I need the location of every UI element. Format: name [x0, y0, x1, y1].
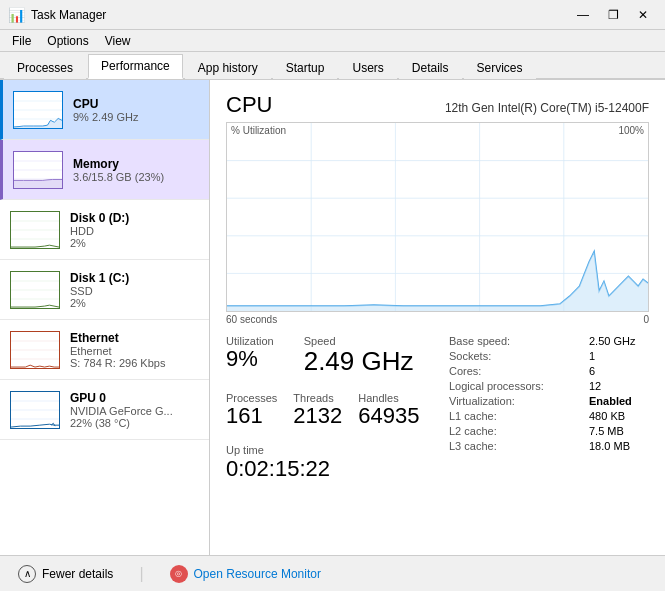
memory-sidebar-info: Memory 3.6/15.8 GB (23%) — [73, 157, 199, 183]
app-icon: 📊 — [8, 7, 25, 23]
stat-threads: Threads 2132 — [293, 392, 342, 428]
cpu-sidebar-name: CPU — [73, 97, 199, 111]
restore-button[interactable]: ❐ — [599, 5, 627, 25]
left-stats: Utilization 9% Speed 2.49 GHz Processes … — [226, 335, 449, 486]
stats-layout: Utilization 9% Speed 2.49 GHz Processes … — [226, 335, 649, 486]
detail-cores: Cores: 6 — [449, 365, 649, 377]
menu-options[interactable]: Options — [39, 32, 96, 50]
sidebar-item-ethernet[interactable]: Ethernet Ethernet S: 784 R: 296 Kbps — [0, 320, 209, 380]
uptime-label: Up time — [226, 444, 449, 456]
tab-details[interactable]: Details — [399, 56, 462, 79]
stat-utilization: Utilization 9% — [226, 335, 274, 376]
stat-processes: Processes 161 — [226, 392, 277, 428]
base-speed-key: Base speed: — [449, 335, 589, 347]
sidebar-item-cpu[interactable]: CPU 9% 2.49 GHz — [0, 80, 209, 140]
fewer-details-icon: ∧ — [18, 565, 36, 583]
detail-l3: L3 cache: 18.0 MB — [449, 440, 649, 452]
tab-app-history[interactable]: App history — [185, 56, 271, 79]
cpu-sidebar-info: CPU 9% 2.49 GHz — [73, 97, 199, 123]
detail-logical: Logical processors: 12 — [449, 380, 649, 392]
sidebar-item-disk0[interactable]: Disk 0 (D:) HDD 2% — [0, 200, 209, 260]
detail-sockets: Sockets: 1 — [449, 350, 649, 362]
chart-label-utilization: % Utilization — [231, 125, 286, 136]
disk1-sidebar-name: Disk 1 (C:) — [70, 271, 199, 285]
disk1-sidebar-type: SSD — [70, 285, 199, 297]
chart-label-100: 100% — [618, 125, 644, 136]
handles-label: Handles — [358, 392, 419, 404]
l2-val: 7.5 MB — [589, 425, 624, 437]
processes-value: 161 — [226, 404, 277, 428]
memory-sidebar-name: Memory — [73, 157, 199, 171]
sidebar-item-gpu[interactable]: GPU 0 NVIDIA GeForce G... 22% (38 °C) — [0, 380, 209, 440]
detail-virtualization: Virtualization: Enabled — [449, 395, 649, 407]
cpu-thumbnail — [13, 91, 63, 129]
tab-startup[interactable]: Startup — [273, 56, 338, 79]
tab-users[interactable]: Users — [339, 56, 396, 79]
window-title: Task Manager — [31, 8, 569, 22]
virtualization-key: Virtualization: — [449, 395, 589, 407]
cpu-header: CPU 12th Gen Intel(R) Core(TM) i5-12400F — [226, 92, 649, 118]
memory-thumbnail — [13, 151, 63, 189]
tab-services[interactable]: Services — [464, 56, 536, 79]
bottom-bar: ∧ Fewer details | ◎ Open Resource Monito… — [0, 555, 665, 591]
chart-time-right: 0 — [643, 314, 649, 325]
menu-file[interactable]: File — [4, 32, 39, 50]
cores-val: 6 — [589, 365, 595, 377]
disk0-sidebar-usage: 2% — [70, 237, 199, 249]
stats-row-2: Processes 161 Threads 2132 Handles 64935 — [226, 392, 449, 436]
stat-speed: Speed 2.49 GHz — [304, 335, 414, 376]
window-controls: — ❐ ✕ — [569, 5, 657, 25]
detail-l1: L1 cache: 480 KB — [449, 410, 649, 422]
l1-key: L1 cache: — [449, 410, 589, 422]
left-panel: CPU 9% 2.49 GHz Memory 3.6/15.8 GB (23%) — [0, 80, 210, 555]
cpu-detail-panel: CPU 12th Gen Intel(R) Core(TM) i5-12400F… — [210, 80, 665, 555]
ethernet-sidebar-name: Ethernet — [70, 331, 199, 345]
cpu-chart-svg — [227, 123, 648, 311]
stat-handles: Handles 64935 — [358, 392, 419, 428]
main-content: CPU 9% 2.49 GHz Memory 3.6/15.8 GB (23%) — [0, 80, 665, 555]
memory-sidebar-usage: 3.6/15.8 GB (23%) — [73, 171, 199, 183]
fewer-details-label: Fewer details — [42, 567, 113, 581]
threads-value: 2132 — [293, 404, 342, 428]
close-button[interactable]: ✕ — [629, 5, 657, 25]
sidebar-item-memory[interactable]: Memory 3.6/15.8 GB (23%) — [0, 140, 209, 200]
gpu-thumbnail — [10, 391, 60, 429]
threads-label: Threads — [293, 392, 342, 404]
l3-val: 18.0 MB — [589, 440, 630, 452]
ethernet-sidebar-info: Ethernet Ethernet S: 784 R: 296 Kbps — [70, 331, 199, 369]
logical-val: 12 — [589, 380, 601, 392]
gpu-sidebar-name: GPU 0 — [70, 391, 199, 405]
cpu-panel-title: CPU — [226, 92, 272, 118]
menu-bar: File Options View — [0, 30, 665, 52]
open-resource-monitor-label[interactable]: Open Resource Monitor — [194, 567, 321, 581]
tab-performance[interactable]: Performance — [88, 54, 183, 79]
menu-view[interactable]: View — [97, 32, 139, 50]
cores-key: Cores: — [449, 365, 589, 377]
detail-base-speed: Base speed: 2.50 GHz — [449, 335, 649, 347]
disk1-sidebar-info: Disk 1 (C:) SSD 2% — [70, 271, 199, 309]
sidebar-item-disk1[interactable]: Disk 1 (C:) SSD 2% — [0, 260, 209, 320]
disk0-sidebar-name: Disk 0 (D:) — [70, 211, 199, 225]
title-bar: 📊 Task Manager — ❐ ✕ — [0, 0, 665, 30]
handles-value: 64935 — [358, 404, 419, 428]
cpu-model-name: 12th Gen Intel(R) Core(TM) i5-12400F — [445, 101, 649, 115]
tab-processes[interactable]: Processes — [4, 56, 86, 79]
l1-val: 480 KB — [589, 410, 625, 422]
gpu-sidebar-type: NVIDIA GeForce G... — [70, 405, 199, 417]
base-speed-val: 2.50 GHz — [589, 335, 635, 347]
disk0-thumbnail — [10, 211, 60, 249]
uptime-value: 0:02:15:22 — [226, 456, 449, 482]
processes-label: Processes — [226, 392, 277, 404]
stats-row-1: Utilization 9% Speed 2.49 GHz — [226, 335, 449, 384]
sockets-key: Sockets: — [449, 350, 589, 362]
sockets-val: 1 — [589, 350, 595, 362]
disk1-sidebar-usage: 2% — [70, 297, 199, 309]
fewer-details-button[interactable]: ∧ Fewer details — [12, 561, 119, 587]
open-resource-monitor-button[interactable]: ◎ Open Resource Monitor — [164, 561, 327, 587]
minimize-button[interactable]: — — [569, 5, 597, 25]
l2-key: L2 cache: — [449, 425, 589, 437]
cpu-sidebar-usage: 9% 2.49 GHz — [73, 111, 199, 123]
ethernet-thumbnail — [10, 331, 60, 369]
chart-time-bar: 60 seconds 0 — [226, 314, 649, 325]
disk1-thumbnail — [10, 271, 60, 309]
